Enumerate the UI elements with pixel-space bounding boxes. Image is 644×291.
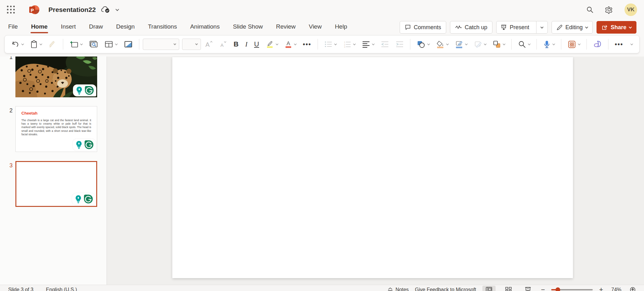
slide-thumbnail-1[interactable] bbox=[15, 57, 97, 97]
comments-button[interactable]: Comments bbox=[400, 21, 446, 34]
activity-pulse-icon bbox=[455, 24, 462, 30]
settings-gear-icon[interactable] bbox=[605, 6, 613, 14]
text-highlight-button[interactable] bbox=[263, 37, 281, 51]
shapes-icon bbox=[417, 40, 425, 48]
feedback-link[interactable]: Give Feedback to Microsoft bbox=[415, 287, 476, 291]
ribbon-zone: A A B I U A ••• 123 bbox=[0, 35, 644, 57]
zoom-in-button[interactable]: + bbox=[599, 286, 603, 291]
ribbon-collapse-button[interactable] bbox=[628, 37, 636, 51]
increase-indent-button[interactable] bbox=[393, 37, 407, 51]
grammarly-overlay[interactable] bbox=[72, 193, 95, 205]
align-button[interactable] bbox=[359, 37, 377, 51]
underline-icon: U bbox=[254, 40, 259, 48]
title-dropdown-chevron-icon[interactable] bbox=[115, 8, 119, 11]
bold-button[interactable]: B bbox=[231, 37, 242, 51]
font-name-select[interactable] bbox=[143, 39, 179, 50]
decrease-indent-button[interactable] bbox=[378, 37, 392, 51]
slide-sorter-view-button[interactable] bbox=[502, 286, 515, 291]
italic-icon: I bbox=[245, 40, 247, 48]
search-icon[interactable] bbox=[586, 6, 594, 13]
present-screen-icon bbox=[501, 24, 507, 30]
menu-transitions[interactable]: Transitions bbox=[147, 21, 177, 33]
layout-button[interactable] bbox=[102, 37, 120, 51]
numbering-button[interactable]: 123 bbox=[340, 37, 358, 51]
slide-sorter-icon bbox=[505, 287, 512, 291]
menu-insert[interactable]: Insert bbox=[60, 21, 76, 33]
menu-review[interactable]: Review bbox=[275, 21, 296, 33]
grow-font-button[interactable]: A bbox=[202, 37, 216, 51]
italic-button[interactable]: I bbox=[242, 37, 250, 51]
layout-icon bbox=[104, 40, 113, 48]
grammarly-overlay[interactable] bbox=[73, 84, 96, 96]
format-painter-button[interactable] bbox=[46, 37, 59, 51]
decrease-indent-icon bbox=[381, 40, 389, 48]
font-size-select[interactable] bbox=[182, 39, 201, 50]
zoom-slider-handle[interactable] bbox=[556, 287, 560, 291]
normal-view-button[interactable] bbox=[482, 286, 496, 291]
designer-preview-button[interactable] bbox=[121, 37, 136, 51]
numbering-icon: 123 bbox=[343, 40, 351, 48]
menu-draw[interactable]: Draw bbox=[88, 21, 103, 33]
menu-file[interactable]: File bbox=[8, 21, 19, 33]
slide-2-title: Cheetah bbox=[21, 111, 97, 116]
find-icon bbox=[518, 40, 526, 48]
menu-view[interactable]: View bbox=[308, 21, 322, 33]
zoom-out-button[interactable]: − bbox=[541, 286, 545, 291]
shape-fill-button[interactable] bbox=[433, 37, 451, 51]
more-font-options-button[interactable]: ••• bbox=[300, 37, 314, 51]
powerpoint-logo-icon: P bbox=[29, 4, 40, 15]
zoom-level[interactable]: 74% bbox=[609, 287, 623, 291]
document-title[interactable]: Presentation22 bbox=[48, 6, 96, 13]
paste-button[interactable] bbox=[27, 37, 45, 51]
underline-button[interactable]: U bbox=[251, 37, 262, 51]
present-button[interactable]: Present bbox=[496, 21, 548, 34]
more-commands-button[interactable]: ••• bbox=[612, 37, 626, 51]
undo-button[interactable] bbox=[8, 37, 26, 51]
dictate-button[interactable] bbox=[540, 37, 558, 51]
grammarly-overlay[interactable] bbox=[73, 139, 96, 151]
present-dropdown[interactable] bbox=[536, 21, 547, 33]
menu-help[interactable]: Help bbox=[334, 21, 348, 33]
current-slide-surface[interactable] bbox=[172, 57, 573, 278]
font-color-button[interactable]: A bbox=[282, 37, 299, 51]
ellipsis-icon: ••• bbox=[615, 41, 623, 48]
ribbon-toolbar: A A B I U A ••• 123 bbox=[4, 35, 640, 53]
designer-button[interactable] bbox=[565, 37, 583, 51]
shrink-font-button[interactable]: A bbox=[217, 37, 230, 51]
ellipsis-icon: ••• bbox=[303, 41, 311, 48]
new-slide-button[interactable] bbox=[67, 37, 85, 51]
zoom-slider[interactable] bbox=[551, 289, 593, 290]
menu-slide-show[interactable]: Slide Show bbox=[232, 21, 264, 33]
user-avatar[interactable]: VK bbox=[625, 3, 637, 16]
slideshow-view-button[interactable] bbox=[521, 286, 535, 291]
slide-thumbnail-3-selected[interactable] bbox=[15, 161, 97, 207]
workspace: 1 bbox=[0, 57, 644, 285]
menu-animations[interactable]: Animations bbox=[190, 21, 220, 33]
catch-up-button[interactable]: Catch up bbox=[450, 21, 492, 34]
menu-design[interactable]: Design bbox=[115, 21, 135, 33]
menu-home[interactable]: Home bbox=[31, 21, 48, 33]
status-bar: Slide 3 of 3 English (U.S.) Notes Give F… bbox=[0, 285, 644, 291]
bullets-button[interactable] bbox=[321, 37, 339, 51]
shape-outline-button[interactable] bbox=[452, 37, 470, 51]
grammarly-lightbulb-icon bbox=[75, 140, 83, 149]
svg-text:1: 1 bbox=[344, 41, 345, 43]
language-selector[interactable]: English (U.S.) bbox=[46, 287, 77, 291]
comment-icon bbox=[405, 24, 411, 30]
reuse-slides-button[interactable] bbox=[86, 37, 101, 51]
editing-mode-button[interactable]: Editing bbox=[552, 21, 593, 34]
present-button-main[interactable]: Present bbox=[497, 21, 533, 33]
shape-effects-button[interactable] bbox=[471, 37, 489, 51]
grammarly-g-icon bbox=[84, 85, 94, 95]
find-button[interactable] bbox=[515, 37, 533, 51]
slide-thumbnail-2[interactable]: Cheetah The cheetah is a large cat and t… bbox=[15, 106, 97, 152]
arrange-button[interactable] bbox=[490, 37, 508, 51]
share-button[interactable]: Share bbox=[597, 21, 636, 34]
text-highlight-icon bbox=[266, 40, 274, 49]
fit-to-window-icon[interactable] bbox=[630, 287, 636, 291]
slide-3-number: 3 bbox=[6, 162, 13, 169]
copilot-button[interactable] bbox=[590, 37, 605, 51]
notes-toggle-button[interactable]: Notes bbox=[387, 287, 409, 291]
app-launcher-icon[interactable] bbox=[7, 6, 15, 14]
shapes-button[interactable] bbox=[414, 37, 432, 51]
